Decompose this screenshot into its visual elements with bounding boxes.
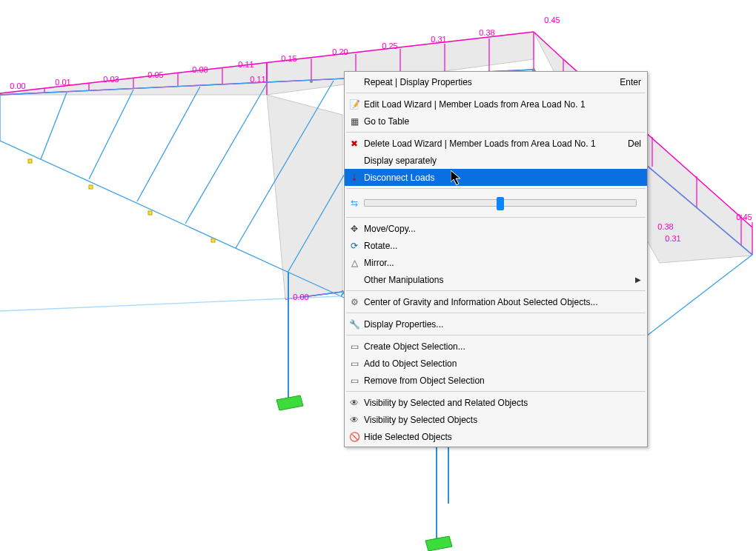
svg-rect-43 bbox=[148, 211, 152, 215]
select-create-icon: ▭ bbox=[345, 341, 364, 353]
svg-line-24 bbox=[89, 90, 133, 179]
properties-icon: 🔧 bbox=[345, 318, 364, 330]
edit-wizard-icon: 📝 bbox=[345, 98, 364, 110]
submenu-arrow-icon: ▶ bbox=[635, 276, 641, 284]
menu-separator bbox=[346, 335, 646, 335]
menu-separator bbox=[346, 217, 646, 218]
rotate-icon: ⟳ bbox=[345, 240, 364, 252]
load-value-label: 0.15 bbox=[281, 54, 296, 63]
menu-item-label: Mirror... bbox=[364, 258, 641, 268]
load-value-label: 0.25 bbox=[382, 41, 397, 50]
menu-separator bbox=[346, 290, 646, 291]
menu-item-other-manipulations[interactable]: Other Manipulations▶ bbox=[345, 271, 647, 288]
load-value-label: 0.31 bbox=[665, 234, 680, 243]
menu-item-label: Display separately bbox=[364, 156, 641, 166]
mirror-icon: △ bbox=[345, 257, 364, 269]
visibility-related-icon: 👁 bbox=[345, 397, 364, 409]
menu-item-label: Remove from Object Selection bbox=[364, 375, 641, 386]
svg-point-45 bbox=[310, 80, 313, 83]
svg-line-26 bbox=[185, 84, 267, 224]
menu-item-repeat-display-properties[interactable]: Repeat | Display PropertiesEnter bbox=[345, 73, 647, 90]
load-value-label: 0.03 bbox=[103, 75, 119, 84]
menu-item-hide-selected-objects[interactable]: 🚫Hide Selected Objects bbox=[345, 428, 647, 445]
load-value-label: 0.20 bbox=[332, 47, 348, 56]
menu-item-delete-load-wizard-member-loads-from-are[interactable]: ✖Delete Load Wizard | Member Loads from … bbox=[345, 135, 647, 152]
menu-item-display-separately[interactable]: Display separately bbox=[345, 152, 647, 169]
menu-item-label: Rotate... bbox=[364, 241, 641, 251]
menu-item-visibility-by-selected-and-related-objec[interactable]: 👁Visibility by Selected and Related Obje… bbox=[345, 394, 647, 411]
menu-item-label: Move/Copy... bbox=[364, 224, 641, 234]
hide-icon: 🚫 bbox=[345, 431, 364, 443]
svg-rect-44 bbox=[211, 238, 215, 242]
table-icon: ▦ bbox=[345, 116, 364, 127]
menu-item-edit-load-wizard-member-loads-from-area-[interactable]: 📝Edit Load Wizard | Member Loads from Ar… bbox=[345, 96, 647, 113]
menu-item-label: Hide Selected Objects bbox=[364, 432, 641, 442]
menu-item-center-of-gravity-and-information-about-[interactable]: ⚙Center of Gravity and Information About… bbox=[345, 293, 647, 310]
load-value-label: 0.45 bbox=[544, 16, 560, 24]
cog-icon: ⚙ bbox=[345, 296, 364, 308]
menu-item-label: Visibility by Selected Objects bbox=[364, 415, 641, 425]
menu-item-label: Go to Table bbox=[364, 116, 641, 127]
slider-icon: ⇆ bbox=[345, 197, 364, 209]
menu-item-mirror[interactable]: △Mirror... bbox=[345, 254, 647, 271]
menu-item-visibility-by-selected-objects[interactable]: 👁Visibility by Selected Objects bbox=[345, 411, 647, 428]
load-scale-slider[interactable]: ⇆ bbox=[345, 191, 647, 215]
load-value-label: 0.11 bbox=[250, 75, 265, 84]
load-value-label: 0.31 bbox=[431, 35, 446, 44]
menu-item-label: Center of Gravity and Information About … bbox=[364, 297, 641, 307]
svg-rect-41 bbox=[28, 159, 32, 163]
disconnect-icon: ⇣ bbox=[345, 172, 364, 184]
menu-item-create-object-selection[interactable]: ▭Create Object Selection... bbox=[345, 338, 647, 355]
load-value-label: 0.45 bbox=[736, 213, 752, 221]
menu-item-label: Create Object Selection... bbox=[364, 341, 641, 352]
load-value-label: 0.01 bbox=[55, 78, 70, 87]
menu-item-display-properties[interactable]: 🔧Display Properties... bbox=[345, 315, 647, 333]
menu-item-shortcut: Enter bbox=[611, 77, 641, 87]
menu-separator bbox=[346, 313, 646, 313]
move-icon: ✥ bbox=[345, 223, 364, 235]
menu-separator bbox=[346, 188, 646, 189]
select-add-icon: ▭ bbox=[345, 358, 364, 370]
svg-line-35 bbox=[0, 296, 341, 311]
menu-item-add-to-object-selection[interactable]: ▭Add to Object Selection bbox=[345, 355, 647, 372]
svg-line-25 bbox=[137, 87, 200, 201]
menu-item-rotate[interactable]: ⟳Rotate... bbox=[345, 237, 647, 254]
model-viewport[interactable]: 0.000.010.030.050.080.110.150.110.200.25… bbox=[0, 0, 756, 551]
load-value-label: 0.08 bbox=[192, 65, 208, 74]
svg-line-23 bbox=[41, 93, 67, 159]
svg-marker-40 bbox=[425, 536, 452, 551]
load-value-label: 0.11 bbox=[238, 60, 253, 69]
context-menu[interactable]: Repeat | Display PropertiesEnter📝Edit Lo… bbox=[344, 71, 648, 447]
load-value-label: 0.05 bbox=[147, 70, 163, 79]
menu-separator bbox=[346, 93, 646, 93]
menu-separator bbox=[346, 132, 646, 133]
menu-item-label: Display Properties... bbox=[364, 319, 641, 330]
menu-item-go-to-table[interactable]: ▦Go to Table bbox=[345, 113, 647, 130]
load-value-label: 0.00 bbox=[10, 81, 25, 90]
menu-item-disconnect-loads[interactable]: ⇣Disconnect Loads bbox=[345, 169, 647, 186]
load-value-label: 0.38 bbox=[479, 28, 494, 37]
menu-item-label: Repeat | Display Properties bbox=[364, 77, 611, 87]
visibility-selected-icon: 👁 bbox=[345, 414, 364, 426]
menu-separator bbox=[346, 391, 646, 392]
select-remove-icon: ▭ bbox=[345, 375, 364, 387]
menu-item-label: Delete Load Wizard | Member Loads from A… bbox=[364, 138, 619, 149]
delete-icon: ✖ bbox=[345, 138, 364, 150]
menu-item-label: Visibility by Selected and Related Objec… bbox=[364, 398, 641, 408]
menu-item-label: Edit Load Wizard | Member Loads from Are… bbox=[364, 99, 641, 110]
menu-item-move-copy[interactable]: ✥Move/Copy... bbox=[345, 220, 647, 237]
load-value-label: 0.00 bbox=[293, 293, 308, 301]
menu-item-label: Disconnect Loads bbox=[364, 173, 641, 183]
slider-track[interactable] bbox=[364, 199, 637, 207]
menu-item-shortcut: Del bbox=[619, 138, 641, 149]
svg-rect-42 bbox=[89, 185, 93, 189]
menu-item-remove-from-object-selection[interactable]: ▭Remove from Object Selection bbox=[345, 372, 647, 389]
menu-item-label: Add to Object Selection bbox=[364, 358, 641, 369]
menu-item-label: Other Manipulations bbox=[364, 275, 635, 285]
load-value-label: 0.38 bbox=[657, 222, 673, 231]
svg-marker-39 bbox=[276, 395, 303, 410]
slider-thumb[interactable] bbox=[497, 197, 504, 210]
